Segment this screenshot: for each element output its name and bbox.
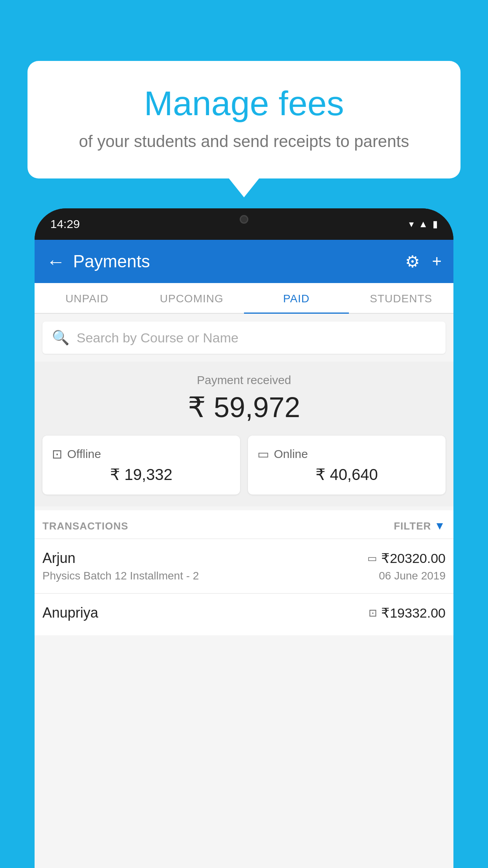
online-card-header: ▭ Online bbox=[257, 447, 436, 462]
add-button[interactable]: + bbox=[432, 252, 442, 271]
payment-received-label: Payment received bbox=[42, 373, 446, 387]
search-placeholder: Search by Course or Name bbox=[77, 330, 238, 346]
status-time: 14:29 bbox=[50, 217, 80, 231]
speech-bubble: Manage fees of your students and send re… bbox=[28, 61, 460, 178]
tab-upcoming[interactable]: UPCOMING bbox=[139, 283, 244, 313]
status-icons: ▾ ▲ ▮ bbox=[409, 219, 438, 230]
payment-total-amount: ₹ 59,972 bbox=[42, 391, 446, 424]
phone-frame: 14:29 ▾ ▲ ▮ ← Payments ⚙ + UNPAID UPCOMI… bbox=[35, 208, 453, 868]
online-amount: ₹ 40,640 bbox=[257, 465, 436, 484]
speech-bubble-container: Manage fees of your students and send re… bbox=[28, 61, 460, 178]
offline-payment-icon: ⊡ bbox=[369, 607, 377, 619]
card-payment-icon: ▭ bbox=[367, 552, 377, 565]
phone-camera bbox=[240, 215, 248, 224]
offline-label: Offline bbox=[67, 447, 101, 461]
search-bar[interactable]: 🔍 Search by Course or Name bbox=[42, 322, 446, 354]
payment-summary: Payment received ₹ 59,972 ⊡ Offline ₹ 19… bbox=[35, 362, 453, 506]
offline-card: ⊡ Offline ₹ 19,332 bbox=[42, 436, 240, 495]
wifi-icon: ▾ bbox=[409, 219, 414, 230]
offline-icon: ⊡ bbox=[52, 447, 62, 462]
tab-unpaid[interactable]: UNPAID bbox=[35, 283, 139, 313]
transaction-amount: ₹20320.00 bbox=[381, 550, 446, 566]
filter-icon: ▼ bbox=[434, 520, 446, 532]
transactions-label: TRANSACTIONS bbox=[42, 520, 128, 532]
transaction-amount-wrap-2: ⊡ ₹19332.00 bbox=[369, 605, 446, 621]
offline-amount: ₹ 19,332 bbox=[52, 465, 231, 484]
transaction-amount-2: ₹19332.00 bbox=[381, 605, 446, 621]
online-icon: ▭ bbox=[257, 447, 269, 462]
battery-icon: ▮ bbox=[433, 219, 438, 230]
status-bar: 14:29 ▾ ▲ ▮ bbox=[35, 208, 453, 240]
transaction-detail: Physics Batch 12 Installment - 2 bbox=[42, 570, 199, 582]
transaction-top-2: Anupriya ⊡ ₹19332.00 bbox=[42, 605, 446, 621]
online-label: Online bbox=[274, 447, 308, 461]
payment-cards: ⊡ Offline ₹ 19,332 ▭ Online ₹ 40,640 bbox=[42, 436, 446, 495]
transactions-header: TRANSACTIONS FILTER ▼ bbox=[35, 510, 453, 539]
transaction-amount-wrap: ▭ ₹20320.00 bbox=[367, 550, 446, 566]
transaction-row[interactable]: Anupriya ⊡ ₹19332.00 bbox=[35, 593, 453, 635]
tabs-container: UNPAID UPCOMING PAID STUDENTS bbox=[35, 283, 453, 314]
tab-paid[interactable]: PAID bbox=[244, 283, 349, 313]
settings-button[interactable]: ⚙ bbox=[405, 252, 420, 271]
transaction-name: Arjun bbox=[42, 550, 75, 566]
transaction-date: 06 June 2019 bbox=[379, 570, 446, 582]
transaction-name-2: Anupriya bbox=[42, 605, 98, 621]
online-card: ▭ Online ₹ 40,640 bbox=[248, 436, 446, 495]
signal-icon: ▲ bbox=[418, 219, 428, 230]
bubble-title: Manage fees bbox=[55, 85, 433, 123]
search-icon: 🔍 bbox=[52, 329, 70, 346]
back-button[interactable]: ← bbox=[46, 251, 65, 272]
app-bar-title: Payments bbox=[73, 252, 405, 271]
transaction-top: Arjun ▭ ₹20320.00 bbox=[42, 550, 446, 566]
filter-text: FILTER bbox=[394, 520, 431, 532]
transaction-row[interactable]: Arjun ▭ ₹20320.00 Physics Batch 12 Insta… bbox=[35, 539, 453, 593]
app-screen: ← Payments ⚙ + UNPAID UPCOMING PAID STUD… bbox=[35, 240, 453, 868]
offline-card-header: ⊡ Offline bbox=[52, 447, 231, 462]
phone-notch bbox=[209, 208, 279, 230]
app-bar-actions: ⚙ + bbox=[405, 252, 442, 271]
tab-students[interactable]: STUDENTS bbox=[349, 283, 454, 313]
bubble-subtitle: of your students and send receipts to pa… bbox=[55, 132, 433, 151]
transaction-bottom: Physics Batch 12 Installment - 2 06 June… bbox=[42, 570, 446, 582]
filter-button[interactable]: FILTER ▼ bbox=[394, 520, 446, 532]
app-bar: ← Payments ⚙ + bbox=[35, 240, 453, 283]
